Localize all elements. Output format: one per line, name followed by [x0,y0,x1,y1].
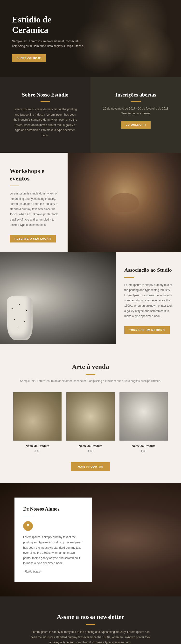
inscricoes-title: Inscrições abertas [100,92,171,98]
arte-divider [86,374,95,375]
products-grid: Nome do Produto $ 48 Nome do Produto $ 4… [10,392,171,453]
newsletter-title: Assine a nossa newsletter [10,613,171,620]
workshops-cta-button[interactable]: RESERVE O SEU LUGAR [10,235,56,242]
workshops-section: Workshops e eventos Lorem Ipsum is simpl… [0,153,181,252]
newsletter-section: Assine a nossa newsletter Lorem Ipsum is… [0,596,181,644]
testimonials-title: De Nossos Alunos [23,506,83,512]
vase-spots [7,296,31,339]
hero-content: Estúdio de Cerâmica Sample text. Lorem i… [0,0,96,76]
about-inscricoes-section: Sobre Nosso Estúdio Lorem Ipsum is simpl… [0,77,181,153]
product-card-1: Nome do Produto $ 48 [13,392,62,453]
hero-title: Estúdio de Cerâmica [12,14,84,35]
workshops-content: Workshops e eventos Lorem Ipsum is simpl… [0,153,68,252]
mais-produtos-button[interactable]: MAIS PRODUTOS [71,462,110,471]
product-card-3: Nome do Produto $ 48 [120,392,168,453]
hero-section: Estúdio de Cerâmica Sample text. Lorem i… [0,0,181,77]
product-image-1 [13,392,62,440]
testimonial-text: Lorem Ipsum is simply dummy text of the … [23,535,83,566]
newsletter-text: Lorem Ipsum is simply dummy text of the … [30,630,151,644]
about-divider [40,101,50,102]
product-name-1: Nome do Produto [13,444,62,448]
inscricoes-column: Inscrições abertas 16 de novembro de 201… [90,77,181,153]
hero-text: Sample text. Lorem ipsum dolor sit amet,… [12,39,84,48]
workshops-title: Workshops e eventos [10,167,58,182]
product-price-1: $ 48 [13,449,62,453]
testimonials-divider [23,516,33,516]
inscricoes-date: 16 de novembro de 2017 - 20 de fevereiro… [100,107,171,110]
arte-subtitle: Sample text. Lorem ipsum dolor sit amet,… [10,378,171,384]
product-card-2: Nome do Produto $ 48 [66,392,115,453]
quote-icon: ❞ [23,521,33,531]
vase-decoration [7,296,31,339]
associacao-text: Lorem Ipsum is simply dummy text of the … [124,282,172,319]
about-title: Sobre Nosso Estúdio [12,92,78,98]
testimonial-card: De Nossos Alunos ❞ Lorem Ipsum is simply… [14,498,92,582]
testimonials-section: De Nossos Alunos ❞ Lorem Ipsum is simply… [0,483,181,596]
pottery-hands-decoration [110,193,139,212]
associacao-image [0,252,116,344]
product-image-2 [66,392,115,440]
product-image-3 [120,392,168,440]
inscricoes-divider [131,101,141,102]
product-name-3: Nome do Produto [120,444,168,448]
associacao-content: Associação ao Studio Lorem Ipsum is simp… [116,252,181,348]
inscricoes-session: Sessão de dois meses [100,112,171,115]
associacao-section: Associação ao Studio Lorem Ipsum is simp… [0,252,181,348]
associacao-title: Associação ao Studio [124,266,172,274]
newsletter-divider [86,624,95,625]
quote-mark: ❞ [27,524,30,528]
arte-section: Arte à venda Sample text. Lorem ipsum do… [0,348,181,483]
associacao-cta-button[interactable]: TORNE-SE UM MEMBRO [124,326,170,334]
workshops-image [68,153,181,252]
about-text: Lorem Ipsum is simply dummy text of the … [12,107,78,138]
hero-cta-button[interactable]: JUNTE-SE HOJE [12,54,46,62]
product-name-2: Nome do Produto [66,444,115,448]
arte-title: Arte à venda [10,363,171,370]
inscricoes-cta-button[interactable]: EU QUERO IR [121,121,151,128]
product-price-2: $ 48 [66,449,115,453]
testimonial-author: - Rakib Hasan [23,570,83,573]
workshops-text: Lorem Ipsum is simply dummy text of the … [10,191,58,228]
associacao-divider [124,277,134,278]
about-column: Sobre Nosso Estúdio Lorem Ipsum is simpl… [0,77,90,153]
workshops-divider [10,186,19,186]
product-price-3: $ 48 [120,449,168,453]
